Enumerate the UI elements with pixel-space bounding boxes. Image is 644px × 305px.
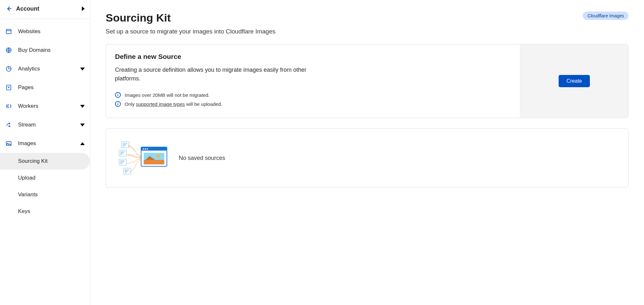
- supported-types-link[interactable]: supported image types: [136, 101, 185, 107]
- create-button[interactable]: Create: [559, 75, 590, 87]
- define-source-title: Define a new Source: [115, 53, 511, 60]
- sidebar-item-label: Images: [18, 140, 80, 147]
- page-title: Sourcing Kit: [106, 12, 275, 24]
- chevron-down-icon: [80, 124, 85, 126]
- main-content: Sourcing Kit Set up a source to migrate …: [90, 0, 644, 305]
- saved-sources-card: No saved sources: [106, 128, 629, 188]
- subnav-item-sourcing-kit[interactable]: Sourcing Kit: [0, 153, 90, 170]
- empty-state-illustration: [119, 140, 167, 176]
- pages-icon: [5, 84, 12, 91]
- analytics-icon: [5, 65, 12, 72]
- sidebar-item-websites[interactable]: Websites: [0, 22, 90, 41]
- caret-right-icon: [82, 6, 85, 11]
- sidebar-item-label: Buy Domains: [18, 47, 85, 53]
- chevron-down-icon: [80, 68, 85, 70]
- sidebar-item-images[interactable]: Images: [0, 134, 90, 153]
- account-label: Account: [16, 5, 82, 12]
- sidebar: Account Websites Buy Domains Analy: [0, 0, 90, 305]
- sidebar-item-label: Stream: [18, 122, 80, 128]
- note-text: Images over 20MB will not be migrated.: [125, 92, 209, 98]
- images-subnav: Sourcing Kit Upload Variants Keys: [0, 153, 90, 220]
- svg-rect-0: [6, 29, 11, 33]
- info-icon: i: [115, 92, 121, 98]
- sidebar-item-label: Websites: [18, 28, 85, 35]
- subnav-item-variants[interactable]: Variants: [0, 186, 90, 203]
- images-icon: [5, 140, 12, 147]
- workers-icon: [5, 103, 12, 110]
- app-root: Account Websites Buy Domains Analy: [0, 0, 644, 305]
- note-size-limit: i Images over 20MB will not be migrated.: [115, 92, 511, 98]
- note-supported-types: i Only supported image types will be upl…: [115, 101, 511, 107]
- sidebar-item-buy-domains[interactable]: Buy Domains: [0, 41, 90, 60]
- page-header: Sourcing Kit Set up a source to migrate …: [106, 12, 629, 35]
- chevron-up-icon: [80, 142, 85, 145]
- sidebar-nav: Websites Buy Domains Analytics Page: [0, 19, 90, 220]
- globe-icon: [5, 47, 12, 54]
- sidebar-item-pages[interactable]: Pages: [0, 78, 90, 97]
- define-source-notes: i Images over 20MB will not be migrated.…: [115, 92, 511, 107]
- sidebar-item-analytics[interactable]: Analytics: [0, 60, 90, 78]
- sidebar-item-workers[interactable]: Workers: [0, 97, 90, 116]
- page-subtitle: Set up a source to migrate your images i…: [106, 28, 275, 35]
- sidebar-item-label: Pages: [18, 84, 85, 91]
- account-header[interactable]: Account: [0, 0, 90, 19]
- sidebar-item-label: Analytics: [18, 66, 80, 72]
- define-source-action: Create: [520, 44, 628, 118]
- sidebar-item-label: Workers: [18, 103, 80, 109]
- product-badge: Cloudflare Images: [583, 12, 629, 20]
- define-source-description: Creating a source definition allows you …: [115, 66, 315, 83]
- sidebar-item-stream[interactable]: Stream: [0, 116, 90, 134]
- note-text: Only supported image types will be uploa…: [125, 101, 222, 107]
- subnav-item-upload[interactable]: Upload: [0, 170, 90, 186]
- back-arrow-icon: [5, 5, 12, 12]
- empty-state-message: No saved sources: [179, 155, 225, 162]
- define-source-card: Define a new Source Creating a source de…: [106, 44, 629, 118]
- chevron-down-icon: [80, 105, 85, 108]
- info-icon: i: [115, 101, 121, 107]
- stream-icon: [5, 121, 12, 128]
- subnav-item-keys[interactable]: Keys: [0, 203, 90, 220]
- browser-icon: [5, 28, 12, 35]
- define-source-info: Define a new Source Creating a source de…: [106, 44, 520, 118]
